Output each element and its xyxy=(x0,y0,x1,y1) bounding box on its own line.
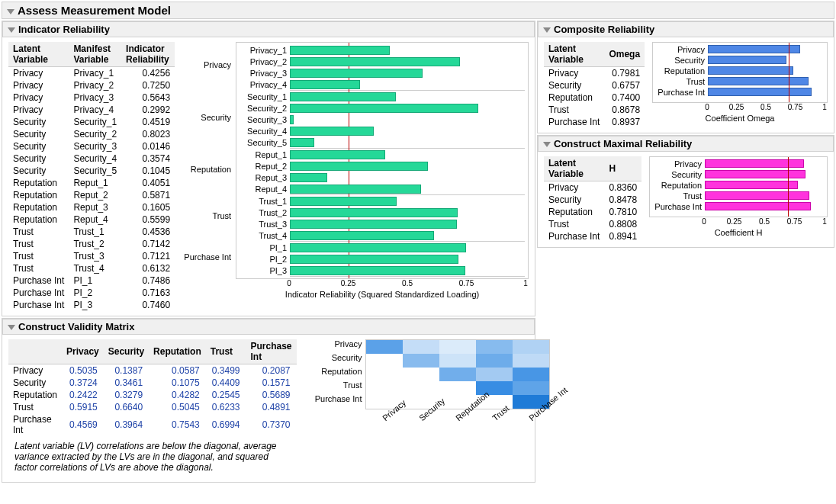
table-row: PrivacyPrivacy_30.5643 xyxy=(8,91,175,104)
table-row: Reputation0.24220.32790.42820.25450.5689 xyxy=(8,389,297,401)
col-header: Latent Variable xyxy=(544,156,604,181)
bar-row: Security_2 xyxy=(236,102,525,114)
bar-row: Security xyxy=(653,55,824,66)
validity-matrix-table: PrivacySecurityReputationTrustPurchase I… xyxy=(8,339,297,436)
composite-table: Latent Variable Omega Privacy0.7981Secur… xyxy=(544,42,645,128)
row-label: Privacy xyxy=(310,339,365,353)
table-row: Security0.8478 xyxy=(544,194,641,206)
table-row: Purchase IntPI_10.7486 xyxy=(8,274,175,287)
heatmap-cell xyxy=(439,340,476,354)
col-header: Reputation xyxy=(149,339,206,364)
table-row: Trust0.59150.66400.50450.62330.4891 xyxy=(8,401,297,413)
table-row: Trust0.8678 xyxy=(544,104,645,116)
col-header: Privacy xyxy=(62,339,104,364)
bar-row: Privacy_1 xyxy=(236,44,525,56)
heatmap-cell xyxy=(403,368,439,381)
main-panel-header[interactable]: Assess Measurement Model xyxy=(2,2,834,19)
validity-header[interactable]: Construct Validity Matrix xyxy=(2,319,535,335)
table-row: Trust0.8808 xyxy=(544,218,641,230)
bar-row: Privacy_2 xyxy=(236,56,525,67)
table-row: PrivacyPrivacy_40.2992 xyxy=(8,104,175,116)
table-row: Purchase IntPI_20.7163 xyxy=(8,287,175,299)
heatmap-cell xyxy=(439,354,476,368)
bar-row: PI_1 xyxy=(236,242,525,253)
table-row: SecuritySecurity_20.8023 xyxy=(8,128,175,140)
table-row: ReputationReput_40.5599 xyxy=(8,213,175,226)
table-row: Purchase IntPI_30.7460 xyxy=(8,299,175,311)
section-title: Construct Validity Matrix xyxy=(18,321,134,332)
heatmap-cell xyxy=(366,368,403,381)
table-row: Security0.6757 xyxy=(544,79,645,91)
axis-label: Coefficient Omega xyxy=(652,114,828,123)
heatmap-cell xyxy=(366,340,403,354)
row-label: Security xyxy=(310,353,365,367)
table-row: TrustTrust_10.4536 xyxy=(8,226,175,238)
table-row: SecuritySecurity_30.0146 xyxy=(8,140,175,152)
disclosure-icon[interactable] xyxy=(8,325,15,330)
table-row: SecuritySecurity_40.3574 xyxy=(8,152,175,165)
bar-row: Reput_2 xyxy=(236,160,525,172)
bar-row: Trust_2 xyxy=(236,207,525,218)
col-header: Manifest Variable xyxy=(69,42,121,67)
bar-row: Reputation xyxy=(650,180,824,191)
bar-row: Privacy_4 xyxy=(236,79,525,90)
table-row: TrustTrust_30.7121 xyxy=(8,250,175,262)
group-label: Privacy xyxy=(182,42,236,88)
bar-row: Security xyxy=(650,169,824,180)
table-row: ReputationReput_10.4051 xyxy=(8,177,175,189)
indicator-reliability-table: Latent Variable Manifest Variable Indica… xyxy=(8,42,175,311)
table-row: Reputation0.7810 xyxy=(544,206,641,218)
table-row: TrustTrust_40.6132 xyxy=(8,262,175,274)
col-header: Purchase Int xyxy=(246,339,296,364)
axis-label: Coefficient H xyxy=(649,228,828,237)
bar-row: Reputation xyxy=(653,66,824,76)
indicator-reliability-header[interactable]: Indicator Reliability xyxy=(2,21,535,37)
disclosure-icon[interactable] xyxy=(543,27,551,33)
bar-row: Reput_4 xyxy=(236,183,525,194)
bar-row: Privacy_3 xyxy=(236,67,525,79)
table-row: Purchase Int0.45690.39640.75430.69940.73… xyxy=(8,413,297,436)
bar-row: Security_3 xyxy=(236,114,525,125)
table-row: Security0.37240.34610.10750.44090.1571 xyxy=(8,377,297,389)
maximal-header[interactable]: Construct Maximal Reliability xyxy=(538,136,834,152)
group-label: Security xyxy=(182,88,236,146)
bar-row: Trust_1 xyxy=(236,195,525,207)
bar-row: Reput_3 xyxy=(236,172,525,183)
table-row: Privacy0.7981 xyxy=(544,67,645,80)
table-row: Purchase Int0.8937 xyxy=(544,116,645,128)
disclosure-icon[interactable] xyxy=(543,142,551,147)
bar-row: PI_2 xyxy=(236,253,525,265)
section-title: Indicator Reliability xyxy=(18,24,110,35)
disclosure-icon[interactable] xyxy=(7,9,14,14)
bar-row: Security_4 xyxy=(236,125,525,136)
group-label: Trust xyxy=(182,193,236,239)
table-row: PrivacyPrivacy_20.7250 xyxy=(8,79,175,91)
heatmap-cell xyxy=(439,368,476,381)
table-row: PrivacyPrivacy_10.4256 xyxy=(8,67,175,80)
section-title: Composite Reliability xyxy=(554,24,654,35)
group-label: Purchase Int xyxy=(182,239,236,274)
table-row: Privacy0.8360 xyxy=(544,181,641,194)
composite-header[interactable]: Composite Reliability xyxy=(538,21,834,37)
disclosure-icon[interactable] xyxy=(8,27,15,33)
bar-row: Purchase Int xyxy=(650,201,824,212)
table-row: TrustTrust_20.7142 xyxy=(8,238,175,250)
main-title: Assess Measurement Model xyxy=(18,4,171,17)
col-header: Indicator Reliability xyxy=(121,42,175,67)
bar-row: Security_5 xyxy=(236,136,525,148)
maximal-table: Latent Variable H Privacy0.8360Security0… xyxy=(544,156,641,242)
bar-row: Trust xyxy=(650,191,824,201)
heatmap-cell xyxy=(476,368,513,381)
bar-row: Privacy xyxy=(653,44,824,55)
bar-row: PI_3 xyxy=(236,265,525,276)
table-row: SecuritySecurity_50.1045 xyxy=(8,165,175,177)
section-title: Construct Maximal Reliability xyxy=(554,138,692,149)
table-row: Privacy0.50350.13870.05870.34990.2087 xyxy=(8,364,297,377)
table-row: ReputationReput_20.5871 xyxy=(8,189,175,201)
heatmap-cell xyxy=(476,354,513,368)
row-label: Trust xyxy=(310,380,365,394)
bar-row: Purchase Int xyxy=(653,87,824,98)
row-label: Purchase Int xyxy=(310,394,365,408)
bar-row: Trust_3 xyxy=(236,218,525,230)
heatmap-cell xyxy=(403,340,439,354)
